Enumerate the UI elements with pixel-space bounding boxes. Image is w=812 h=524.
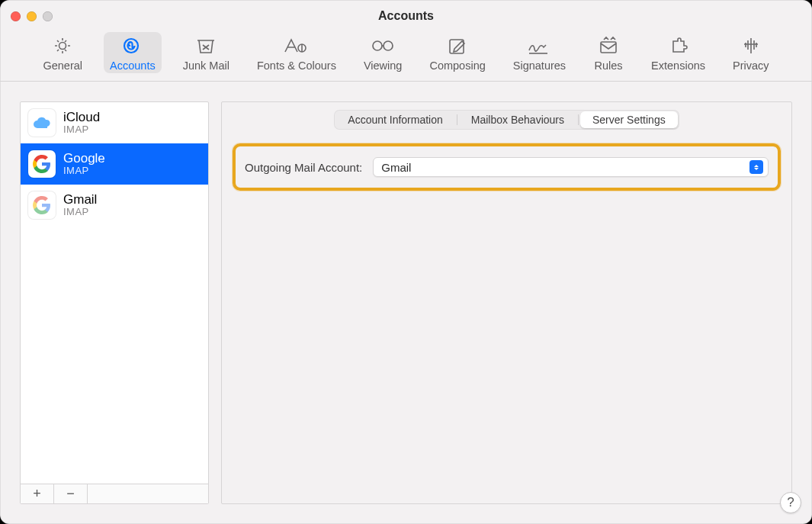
privacy-icon: [736, 35, 766, 56]
composing-icon: [442, 35, 473, 56]
accounts-sidebar: iCloud IMAP Google IMAP: [20, 101, 209, 504]
svg-point-2: [373, 41, 382, 50]
tab-rules[interactable]: Rules: [587, 32, 630, 73]
account-tabs: Account Information Mailbox Behaviours S…: [334, 110, 679, 130]
signatures-icon: [524, 35, 554, 56]
tab-privacy[interactable]: Privacy: [727, 32, 775, 73]
tab-composing[interactable]: Composing: [423, 32, 491, 73]
tab-viewing[interactable]: Viewing: [358, 32, 409, 73]
tab-label: Extensions: [651, 59, 705, 72]
outgoing-mail-label: Outgoing Mail Account:: [245, 161, 362, 174]
account-subtype: IMAP: [63, 124, 100, 136]
tab-account-information[interactable]: Account Information: [335, 111, 455, 128]
svg-point-3: [384, 41, 393, 50]
icloud-icon: [28, 109, 56, 137]
minimize-window-button[interactable]: [27, 11, 37, 21]
main-area: iCloud IMAP Google IMAP: [0, 82, 812, 524]
account-name: iCloud: [63, 110, 100, 125]
google-icon: [28, 150, 56, 178]
window-title: Accounts: [0, 9, 812, 23]
gmail-icon: [28, 191, 56, 219]
svg-point-0: [59, 43, 66, 50]
tab-label: Rules: [595, 59, 623, 72]
add-account-button[interactable]: +: [21, 484, 54, 503]
accounts-icon: [117, 35, 148, 56]
general-icon: [47, 35, 78, 56]
rules-icon: [593, 35, 624, 56]
tab-separator: [578, 114, 579, 125]
outgoing-mail-account-select[interactable]: Gmail: [373, 157, 769, 177]
junk-mail-icon: [191, 35, 221, 56]
window-controls: [11, 11, 53, 21]
account-name: Gmail: [63, 192, 97, 207]
account-subtype: IMAP: [63, 166, 105, 177]
settings-pane: Account Information Mailbox Behaviours S…: [221, 101, 792, 504]
outgoing-mail-value: Gmail: [381, 161, 411, 174]
account-row-gmail[interactable]: Gmail IMAP: [21, 185, 208, 226]
sidebar-footer: + −: [21, 484, 208, 503]
tab-label: Accounts: [110, 59, 156, 72]
accounts-list: iCloud IMAP Google IMAP: [21, 102, 208, 484]
tab-label: Viewing: [364, 59, 403, 72]
tab-label: Signatures: [513, 59, 566, 72]
tab-label: Fonts & Colours: [257, 59, 336, 72]
tab-mailbox-behaviours[interactable]: Mailbox Behaviours: [459, 111, 576, 128]
chevron-up-down-icon: [749, 160, 763, 174]
preferences-toolbar: General Accounts Junk Mail Fonts & Colou…: [0, 32, 812, 82]
title-bar: Accounts: [0, 0, 812, 32]
account-name: Google: [63, 151, 105, 166]
tab-label: Composing: [429, 59, 485, 72]
tab-junk-mail[interactable]: Junk Mail: [177, 32, 236, 73]
tab-label: Privacy: [733, 59, 769, 72]
zoom-window-button[interactable]: [43, 11, 53, 21]
tab-label: Junk Mail: [183, 59, 229, 72]
outgoing-mail-highlight: Outgoing Mail Account: Gmail: [233, 143, 781, 191]
remove-account-button[interactable]: −: [54, 484, 88, 503]
tab-signatures[interactable]: Signatures: [507, 32, 572, 73]
preferences-window: Accounts General Accounts Junk Mail: [0, 0, 812, 524]
tab-general[interactable]: General: [37, 32, 88, 73]
extensions-icon: [663, 35, 694, 56]
account-row-google[interactable]: Google IMAP: [21, 143, 208, 185]
tab-extensions[interactable]: Extensions: [645, 32, 711, 73]
help-button[interactable]: ?: [780, 492, 801, 513]
tab-label: General: [43, 59, 82, 72]
close-window-button[interactable]: [11, 11, 21, 21]
sidebar-footer-spacer: [88, 484, 208, 503]
account-row-icloud[interactable]: iCloud IMAP: [21, 102, 208, 143]
tab-separator: [457, 114, 457, 125]
fonts-colours-icon: [281, 35, 312, 56]
tab-fonts-colours[interactable]: Fonts & Colours: [251, 32, 342, 73]
svg-rect-5: [601, 42, 616, 53]
svg-point-1: [124, 39, 138, 53]
viewing-icon: [367, 35, 398, 56]
account-subtype: IMAP: [63, 207, 97, 218]
tab-server-settings[interactable]: Server Settings: [580, 111, 678, 128]
tab-accounts[interactable]: Accounts: [104, 32, 162, 73]
